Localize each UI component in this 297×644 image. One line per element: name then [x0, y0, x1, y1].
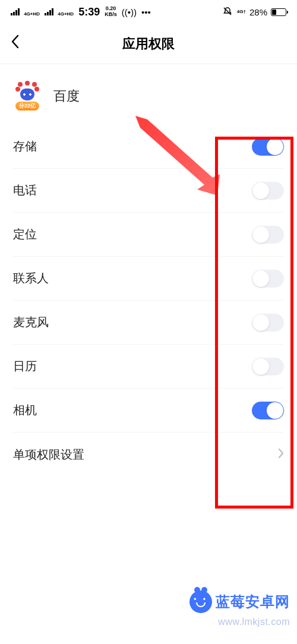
back-button[interactable] — [11, 34, 19, 53]
page-title: 应用权限 — [122, 35, 175, 53]
title-bar: 应用权限 — [0, 24, 297, 64]
permission-label: 单项权限设置 — [13, 447, 84, 463]
app-icon: 分22亿 — [13, 82, 42, 111]
signal-1-label: 4G+HD — [24, 11, 40, 17]
svg-rect-1 — [13, 12, 15, 15]
svg-rect-4 — [45, 13, 46, 15]
toggle-contacts[interactable] — [252, 270, 284, 288]
svg-rect-3 — [18, 8, 20, 15]
toggle-location[interactable] — [252, 226, 284, 244]
network-speed: 0.20 KB/s — [105, 6, 117, 18]
permission-label: 相机 — [13, 402, 37, 418]
permission-label: 电话 — [13, 182, 37, 198]
toggle-camera[interactable] — [252, 402, 284, 419]
permission-label: 存储 — [13, 138, 37, 154]
app-badge: 分22亿 — [15, 102, 39, 111]
permission-row-contacts: 联系人 — [13, 257, 284, 301]
status-time: 5:39 — [78, 6, 100, 18]
permission-label: 定位 — [13, 226, 37, 242]
status-left: 4G+HD 4G+HD 5:39 0.20 KB/s ((•)) ••• — [11, 6, 151, 18]
watermark-brand: 蓝莓安卓网 — [216, 592, 290, 611]
permission-row-storage: 存储 — [13, 125, 284, 169]
permission-row-location: 定位 — [13, 213, 284, 257]
signal-2-label: 4G+HD — [58, 11, 74, 17]
permission-label: 麦克风 — [13, 314, 49, 330]
status-right: 4G† 28% — [223, 7, 286, 18]
right-net-label: 4G† — [237, 10, 246, 14]
signal-1-icon: 4G+HD — [11, 7, 40, 17]
svg-rect-5 — [47, 12, 49, 15]
permission-label: 日历 — [13, 358, 37, 374]
chevron-right-icon — [278, 447, 284, 462]
svg-rect-0 — [11, 13, 12, 15]
permission-row-phone: 电话 — [13, 169, 284, 213]
watermark-logo: 蓝莓安卓网 — [189, 591, 290, 613]
status-bar: 4G+HD 4G+HD 5:39 0.20 KB/s ((•)) ••• 4G†… — [0, 0, 297, 24]
svg-rect-6 — [49, 10, 51, 15]
battery-icon — [271, 8, 286, 16]
svg-rect-2 — [15, 10, 17, 15]
dnd-icon — [223, 7, 232, 18]
battery-percent: 28% — [249, 7, 267, 17]
app-header: 分22亿 百度 — [0, 64, 297, 125]
permission-label: 联系人 — [13, 270, 49, 286]
toggle-calendar[interactable] — [252, 358, 284, 375]
permission-row-single[interactable]: 单项权限设置 — [13, 433, 284, 476]
permission-list: 存储 电话 定位 联系人 麦克风 日历 相机 单项权限设置 — [0, 125, 297, 476]
svg-rect-7 — [52, 8, 53, 15]
watermark-icon — [189, 591, 212, 613]
more-icon: ••• — [141, 7, 151, 17]
app-name: 百度 — [53, 87, 80, 105]
toggle-mic[interactable] — [252, 314, 284, 332]
permission-row-calendar: 日历 — [13, 345, 284, 389]
signal-2-icon: 4G+HD — [45, 7, 74, 17]
hotspot-icon: ((•)) — [122, 7, 137, 17]
toggle-storage[interactable] — [252, 138, 284, 156]
watermark-url: www.lmkjst.com — [218, 617, 290, 627]
permission-row-mic: 麦克风 — [13, 301, 284, 345]
speed-unit: KB/s — [105, 12, 117, 18]
toggle-phone[interactable] — [252, 182, 284, 200]
permission-row-camera: 相机 — [13, 389, 284, 433]
